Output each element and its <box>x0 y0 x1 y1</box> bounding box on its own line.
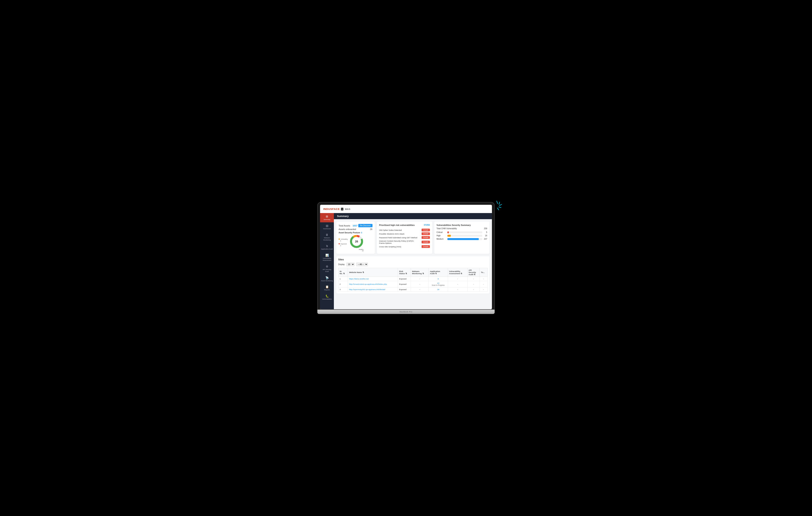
sidebar-item-label: Summary <box>324 219 330 221</box>
details-button[interactable]: Details <box>422 236 430 239</box>
vuln-item: Old Cipher Suites Detected Details <box>379 229 430 231</box>
details-button[interactable]: Details <box>422 232 430 235</box>
security-posture-label: Asset Security Posture ℹ <box>339 232 373 234</box>
details-button[interactable]: Details <box>422 229 430 231</box>
sidebar-item-label: Vulnerabilities <box>322 298 332 300</box>
spark-icon <box>491 200 502 212</box>
risk-cell: Exposed <box>398 287 411 292</box>
sidebar-item-label: Dashboard <box>323 228 331 230</box>
sidebar-item-label: Vulnerability Assessment <box>321 257 333 262</box>
website-link[interactable]: http://openresty002.qa-apptrana.info/bts… <box>349 288 385 290</box>
severity-rows-container: Critical 5 High 16 Medium 237 <box>437 231 487 240</box>
sidebar-item-label: Reports <box>324 289 330 291</box>
app-audit-cell: 43Scan In Progress <box>429 281 448 287</box>
sidebar-item-api-security-audit[interactable]: ⚙ API Security Audit <box>320 263 334 275</box>
svg-line-2 <box>499 204 501 206</box>
severity-bar <box>447 238 479 240</box>
logo-indus: INDUS <box>323 207 332 210</box>
total-cell: - <box>480 277 488 281</box>
total-chm-value: 258 <box>484 227 487 230</box>
donut-chart-container: 26 Healthy 19 <box>350 234 364 252</box>
website-link[interactable]: http://smartcrstest.qa-apptrana.info/ind… <box>349 283 387 285</box>
vulns-card: Prioritised high risk vulnerabilities 37… <box>377 222 432 254</box>
vuln-item: Possible Slowloris DOS Attack Details <box>379 232 430 235</box>
app-audit-link[interactable]: 43 <box>437 282 439 284</box>
risk-cell: Exposed <box>398 281 411 287</box>
logo-face: FACE <box>332 207 340 210</box>
vuln-items-container: Old Cipher Suites Detected Details Possi… <box>379 229 430 248</box>
unhealthy-label: Unhealthy <box>341 238 348 240</box>
severity-label: High <box>437 234 447 237</box>
malware-cell: - <box>411 277 429 281</box>
cards-row: Total Assets 1657 Re-Discover Assets onb… <box>336 222 490 254</box>
api-icon: ⚙ <box>326 265 328 268</box>
svg-line-4 <box>497 208 499 210</box>
website-cell: http://smartcrstest.qa-apptrana.info/ind… <box>348 281 398 287</box>
sidebar-item-reports[interactable]: 📋 Reports <box>320 283 334 293</box>
logo-bracket: ) <box>341 208 344 210</box>
table-row: 2 http://smartcrstest.qa-apptrana.info/i… <box>339 281 488 287</box>
laptop-screen: INDUSFACE ) WAS ⊞ Summary ▤ Dashboard <box>320 205 492 309</box>
vulnerabilities-icon: 🐛 <box>325 294 329 298</box>
total-assets-label: Total Assets <box>339 225 350 227</box>
severity-value: 5 <box>482 231 487 233</box>
malware-cell: - <box>411 287 429 292</box>
col-api: APISecurityAudit ⇅ <box>467 268 480 277</box>
sidebar-item-vulnerability-assessment[interactable]: 📊 Vulnerability Assessment <box>320 252 334 263</box>
vuln-cell: - <box>448 277 467 281</box>
total-chm-label: Total CHM Vulnerability <box>437 227 457 230</box>
severity-bar-container <box>447 238 482 240</box>
page-title: Summary <box>337 214 349 218</box>
details-button[interactable]: Details <box>422 241 430 243</box>
donut-center-value: 26 <box>355 240 358 243</box>
display-select[interactable]: 10 25 50 <box>346 262 354 266</box>
display-label: Display <box>338 263 345 265</box>
svg-line-1 <box>499 202 500 204</box>
app-audit-cell: 8 <box>429 277 448 281</box>
vuln-cell: - <box>448 281 467 287</box>
malware-cell: - <box>411 281 429 287</box>
assets-card: Total Assets 1657 Re-Discover Assets onb… <box>336 222 375 254</box>
sidebar-item-summary[interactable]: ⊞ Summary <box>320 213 334 222</box>
app-audit-icon: 🖱 <box>326 244 328 248</box>
details-button[interactable]: Details <box>422 245 430 248</box>
sidebar-item-asset-monitoring[interactable]: 📡 Asset Monitoring <box>320 275 334 284</box>
sidebar-item-application-audit[interactable]: 🖱 Application Audit <box>320 242 334 252</box>
content-area: Total Assets 1657 Re-Discover Assets onb… <box>334 219 492 309</box>
total-assets-value: 1657 <box>353 225 357 227</box>
sidebar-item-vulnerabilities[interactable]: 🐛 Vulnerabilities <box>320 293 334 302</box>
api-cell: - <box>467 281 480 287</box>
vuln-name: Insecure Content Security Policy (CSP)/X… <box>379 240 422 244</box>
assets-onboarded-label: Assets onboarded <box>339 228 356 230</box>
summary-icon: ⊞ <box>326 214 328 218</box>
severity-row: Critical 5 <box>437 231 487 233</box>
sidebar: ⊞ Summary ▤ Dashboard 🖥 Malware Monitori… <box>320 213 334 309</box>
rediscover-button[interactable]: Re-Discover <box>358 224 372 227</box>
severity-value: 16 <box>482 234 487 237</box>
vuln-item: Password Field Submitted Using GET Metho… <box>379 236 430 239</box>
filter-select[interactable]: -- All -- <box>356 262 368 266</box>
website-cell: https://demo.testfire.net <box>348 277 398 281</box>
sidebar-item-dashboard[interactable]: ▤ Dashboard <box>320 222 334 232</box>
severity-bar <box>447 231 449 233</box>
sidebar-item-label: API Security Audit <box>321 269 333 273</box>
col-malware: MalwareMonitoring ⇅ <box>411 268 429 277</box>
sidebar-item-label: Malware Monitoring <box>321 237 333 241</box>
app-audit-link[interactable]: 8 <box>438 278 439 280</box>
main-content: Summary Total Assets 1657 Re <box>334 213 492 309</box>
macbook-label: MacBook Pro <box>400 311 412 313</box>
website-link[interactable]: https://demo.testfire.net <box>349 278 369 280</box>
sites-table: Sr.No. ⇅ Website Name ⇅ RiskStatus ⇅ Mal… <box>338 268 488 292</box>
info-icon[interactable]: ℹ <box>361 232 362 234</box>
assets-onboarded-value: 26 <box>370 228 372 230</box>
unhealthy-value: 5 <box>339 240 341 242</box>
exposed-label: Exposed <box>341 243 347 245</box>
laptop-wrapper: INDUSFACE ) WAS ⊞ Summary ▤ Dashboard <box>317 202 495 314</box>
reports-icon: 📋 <box>325 285 329 289</box>
sidebar-item-label: Application Audit <box>321 248 333 250</box>
sidebar-item-label: Asset Monitoring <box>321 280 333 282</box>
svg-line-3 <box>499 207 501 207</box>
sidebar-item-malware-monitoring[interactable]: 🖥 Malware Monitoring <box>320 231 334 242</box>
app-audit-link[interactable]: 28 <box>437 288 439 290</box>
vulns-title: Prioritised high risk vulnerabilities <box>379 224 415 226</box>
